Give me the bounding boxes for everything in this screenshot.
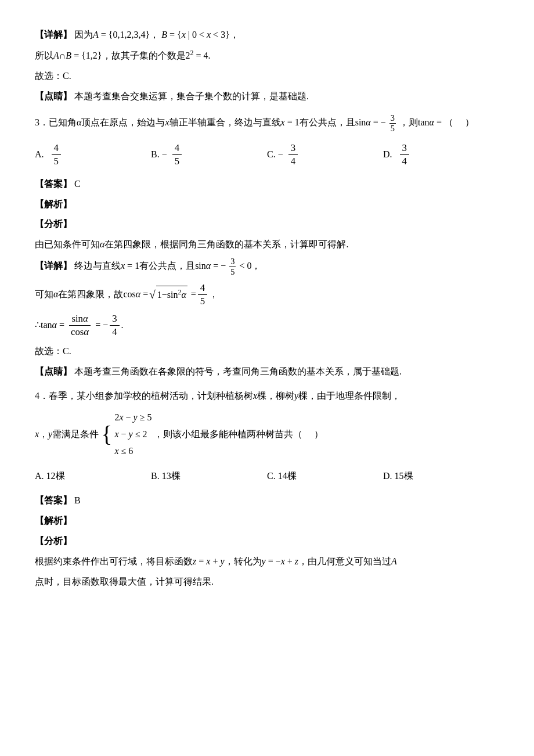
q3-opt-d-val: 3 4 [400,142,409,168]
q4-option-d: D. 15棵 [383,468,499,485]
q4-section: 4．春季，某小组参加学校的植树活动，计划种植杨树x棵，柳树y棵，由于地理条件限制… [35,388,499,405]
q3-option-d: D. 3 4 [383,142,499,168]
q4-opt-c: C. 14棵 [267,468,297,485]
fen-3-section: 【分析】 [35,216,499,233]
fen-4-section: 【分析】 [35,533,499,550]
analysis-4-section: 【解析】 [35,513,499,530]
q3-opt-a-val: 4 5 [52,142,61,168]
note-3-section: 【点睛】 本题考查三角函数在各象限的符号，考查同角三角函数的基本关系，属于基础题… [35,363,499,380]
ans-3-section: 【答案】 C [35,176,499,193]
detail-3b-text1: 可知α在第四象限，故cosα = [35,286,148,303]
note-3-text: 本题考查三角函数在各象限的符号，考查同角三角函数的基本关系，属于基础题. [74,366,402,376]
q4-constraint-line: x，y需满足条件 { 2x − y ≥ 5 x − y ≤ 2 x ≤ 6 ，则… [35,409,499,459]
q4-option-c: C. 14棵 [267,468,383,485]
analysis-3-label: 【解析】 [35,199,72,209]
q4-options: A. 12棵 B. 13棵 C. 14棵 D. 15棵 [35,468,499,485]
choice-c-3: 故选：C. [35,343,499,360]
note-2-text: 本题考查集合交集运算，集合子集个数的计算，是基础题. [74,91,309,101]
fen-3-content: 由已知条件可知α在第四象限，根据同角三角函数的基本关系，计算即可得解. [35,236,499,253]
detail-3-section: 【详解】 终边与直线x = 1有公共点，且sinα = − 3 5 < 0， [35,257,499,278]
detail-3b-eq: = [189,286,196,303]
fen-3-label: 【分析】 [35,219,72,229]
intersection-text: 所以A∩B = {1,2}，故其子集的个数是22 = 4. [35,47,211,64]
ans-3-label: 【答案】 [35,179,72,189]
detail-3b-section: 可知α在第四象限，故cosα = √ 1−sin2α = 4 5 ， [35,282,499,308]
fen-4-content: 根据约束条件作出可行域，将目标函数z = x + y，转化为y = −x + z… [35,553,499,570]
brace-symbol: { [101,423,112,446]
detail-3c-section: ∴tanα = sinα cosα = − 3 4 . [35,312,499,339]
fen-4-label: 【分析】 [35,536,72,546]
q4-opt-a: A. 12棵 [35,468,65,485]
tanalpha-frac: sinα cosα [68,312,91,339]
detail-3-label: 【详解】 [35,261,72,271]
q3-option-b: B. − 4 5 [151,142,267,168]
q4-xy-text: x，y需满足条件 [35,426,99,443]
note-3-label: 【点睛】 [35,366,72,376]
note-label-2: 【点睛】 [35,91,72,101]
fen-3-text: 由已知条件可知α在第四象限，根据同角三角函数的基本关系，计算即可得解. [35,239,348,249]
q4-num: 4．春季，某小组参加学校的植树活动，计划种植杨树x棵，柳树y棵，由于地理条件限制… [35,391,400,401]
intersection-line: 所以A∩B = {1,2}，故其子集的个数是22 = 4. [35,47,499,64]
fen-4-content2: 点时，目标函数取得最大值，计算可得结果. [35,574,499,591]
q3-sinval: 3 5 [389,113,396,134]
ans-4-val: B [74,495,81,505]
q3-num: 3．已知角α顶点在原点，始边与x轴正半轴重合，终边与直线x = 1有公共点，且s… [35,117,386,127]
cond-1: 2x − y ≥ 5 [114,409,151,426]
ans-3-val: C [74,179,81,189]
therefore-symbol: ∴tanα = [35,317,64,334]
detail-2-text: 因为A = {0,1,2,3,4}， B = {x | 0 < x < 3}， [74,30,239,39]
q3-option-c: C. − 3 4 [267,142,383,168]
detail-label-2: 【详解】 [35,30,72,39]
page-content: 【详解】 因为A = {0,1,2,3,4}， B = {x | 0 < x <… [35,27,499,590]
sqrt-symbol: √ [149,285,156,305]
sqrt-content: 1−sin2α [156,286,187,304]
fen-4-text2: 点时，目标函数取得最大值，计算可得结果. [35,577,214,586]
q3-opt-b-val: 4 5 [172,142,182,168]
q3-text2: ，则tanα = （ ） [399,117,474,127]
choice-c-1-text: 故选：C. [35,71,71,81]
q3-opt-d-label: D. [383,146,395,163]
analysis-4-label: 【解析】 [35,516,72,525]
detail-3b-comma: ， [209,286,218,303]
q4-opt-b: B. 13棵 [151,468,181,485]
cond-3: x ≤ 6 [114,443,151,460]
q3-opt-a-label: A. [35,146,46,163]
detail-2-section: 【详解】 因为A = {0,1,2,3,4}， B = {x | 0 < x <… [35,27,499,44]
detail-3-text2: < 0， [239,261,261,271]
q3-section: 3．已知角α顶点在原点，始边与x轴正半轴重合，终边与直线x = 1有公共点，且s… [35,113,499,134]
q3-opt-b-label: B. − [151,146,167,163]
choice-c-3-text: 故选：C. [35,346,71,356]
brace-conditions: 2x − y ≥ 5 x − y ≤ 2 x ≤ 6 [114,409,151,459]
q4-opt-d: D. 15棵 [383,468,413,485]
tan-result-frac: 3 4 [110,312,119,339]
system-brace: { 2x − y ≥ 5 x − y ≤ 2 x ≤ 6 [101,409,151,459]
q4-question-end: ，则该小组最多能种植两种树苗共（ ） [154,426,323,443]
fen-4-text1: 根据约束条件作出可行域，将目标函数z = x + y，转化为y = −x + z… [35,556,397,566]
detail-3-frac: 3 5 [229,257,236,278]
choice-c-1: 故选：C. [35,68,499,85]
sqrt-expr: √ 1−sin2α [149,285,187,305]
tan-period: . [121,317,124,334]
ans-4-section: 【答案】 B [35,492,499,509]
tan-eq: = − [93,317,108,334]
analysis-3-section: 【解析】 [35,196,499,213]
q4-option-b: B. 13棵 [151,468,267,485]
cond-2: x − y ≤ 2 [114,426,151,443]
q3-opt-c-label: C. − [267,146,283,163]
q3-opt-c-val: 3 4 [288,142,298,168]
detail-3b-frac: 4 5 [198,282,207,308]
q3-options: A. 4 5 B. − 4 5 C. − 3 4 D. 3 4 [35,142,499,168]
q4-option-a: A. 12棵 [35,468,151,485]
detail-3-text: 终边与直线x = 1有公共点，且sinα = − [74,261,226,271]
ans-4-label: 【答案】 [35,495,72,505]
q3-option-a: A. 4 5 [35,142,151,168]
note-2-section: 【点睛】 本题考查集合交集运算，集合子集个数的计算，是基础题. [35,88,499,105]
